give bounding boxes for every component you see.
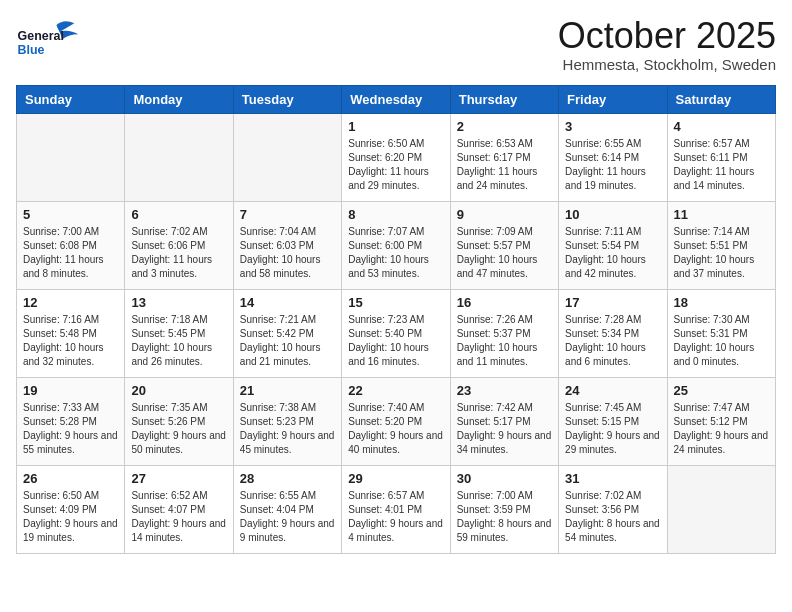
- day-cell: 3Sunrise: 6:55 AMSunset: 6:14 PMDaylight…: [559, 113, 667, 201]
- day-info: Sunrise: 7:02 AMSunset: 3:56 PMDaylight:…: [565, 489, 660, 545]
- day-cell: 4Sunrise: 6:57 AMSunset: 6:11 PMDaylight…: [667, 113, 775, 201]
- day-cell: 31Sunrise: 7:02 AMSunset: 3:56 PMDayligh…: [559, 465, 667, 553]
- logo-svg: General Blue: [16, 16, 86, 61]
- day-number: 21: [240, 383, 335, 398]
- day-cell: [233, 113, 341, 201]
- day-info: Sunrise: 7:47 AMSunset: 5:12 PMDaylight:…: [674, 401, 769, 457]
- day-cell: 5Sunrise: 7:00 AMSunset: 6:08 PMDaylight…: [17, 201, 125, 289]
- day-info: Sunrise: 7:45 AMSunset: 5:15 PMDaylight:…: [565, 401, 660, 457]
- day-number: 2: [457, 119, 552, 134]
- day-number: 9: [457, 207, 552, 222]
- day-info: Sunrise: 7:40 AMSunset: 5:20 PMDaylight:…: [348, 401, 443, 457]
- day-info: Sunrise: 7:26 AMSunset: 5:37 PMDaylight:…: [457, 313, 552, 369]
- day-cell: 18Sunrise: 7:30 AMSunset: 5:31 PMDayligh…: [667, 289, 775, 377]
- day-info: Sunrise: 6:53 AMSunset: 6:17 PMDaylight:…: [457, 137, 552, 193]
- day-number: 3: [565, 119, 660, 134]
- day-cell: 11Sunrise: 7:14 AMSunset: 5:51 PMDayligh…: [667, 201, 775, 289]
- weekday-header-friday: Friday: [559, 85, 667, 113]
- day-number: 14: [240, 295, 335, 310]
- day-number: 13: [131, 295, 226, 310]
- day-cell: 10Sunrise: 7:11 AMSunset: 5:54 PMDayligh…: [559, 201, 667, 289]
- day-info: Sunrise: 7:23 AMSunset: 5:40 PMDaylight:…: [348, 313, 443, 369]
- day-number: 10: [565, 207, 660, 222]
- day-info: Sunrise: 7:33 AMSunset: 5:28 PMDaylight:…: [23, 401, 118, 457]
- day-cell: 12Sunrise: 7:16 AMSunset: 5:48 PMDayligh…: [17, 289, 125, 377]
- day-info: Sunrise: 7:00 AMSunset: 6:08 PMDaylight:…: [23, 225, 118, 281]
- calendar-table: SundayMondayTuesdayWednesdayThursdayFrid…: [16, 85, 776, 554]
- day-cell: 8Sunrise: 7:07 AMSunset: 6:00 PMDaylight…: [342, 201, 450, 289]
- day-info: Sunrise: 7:30 AMSunset: 5:31 PMDaylight:…: [674, 313, 769, 369]
- day-info: Sunrise: 6:55 AMSunset: 6:14 PMDaylight:…: [565, 137, 660, 193]
- day-number: 7: [240, 207, 335, 222]
- week-row-1: 1Sunrise: 6:50 AMSunset: 6:20 PMDaylight…: [17, 113, 776, 201]
- day-info: Sunrise: 7:28 AMSunset: 5:34 PMDaylight:…: [565, 313, 660, 369]
- day-cell: 9Sunrise: 7:09 AMSunset: 5:57 PMDaylight…: [450, 201, 558, 289]
- day-number: 22: [348, 383, 443, 398]
- day-info: Sunrise: 7:02 AMSunset: 6:06 PMDaylight:…: [131, 225, 226, 281]
- day-number: 5: [23, 207, 118, 222]
- day-number: 18: [674, 295, 769, 310]
- day-cell: [667, 465, 775, 553]
- day-info: Sunrise: 6:57 AMSunset: 4:01 PMDaylight:…: [348, 489, 443, 545]
- day-cell: 30Sunrise: 7:00 AMSunset: 3:59 PMDayligh…: [450, 465, 558, 553]
- day-info: Sunrise: 7:14 AMSunset: 5:51 PMDaylight:…: [674, 225, 769, 281]
- week-row-4: 19Sunrise: 7:33 AMSunset: 5:28 PMDayligh…: [17, 377, 776, 465]
- day-cell: 22Sunrise: 7:40 AMSunset: 5:20 PMDayligh…: [342, 377, 450, 465]
- day-info: Sunrise: 7:35 AMSunset: 5:26 PMDaylight:…: [131, 401, 226, 457]
- weekday-header-saturday: Saturday: [667, 85, 775, 113]
- day-number: 12: [23, 295, 118, 310]
- day-info: Sunrise: 7:00 AMSunset: 3:59 PMDaylight:…: [457, 489, 552, 545]
- week-row-3: 12Sunrise: 7:16 AMSunset: 5:48 PMDayligh…: [17, 289, 776, 377]
- weekday-header-row: SundayMondayTuesdayWednesdayThursdayFrid…: [17, 85, 776, 113]
- weekday-header-wednesday: Wednesday: [342, 85, 450, 113]
- day-info: Sunrise: 7:04 AMSunset: 6:03 PMDaylight:…: [240, 225, 335, 281]
- day-cell: 15Sunrise: 7:23 AMSunset: 5:40 PMDayligh…: [342, 289, 450, 377]
- day-cell: 14Sunrise: 7:21 AMSunset: 5:42 PMDayligh…: [233, 289, 341, 377]
- day-number: 15: [348, 295, 443, 310]
- day-cell: 29Sunrise: 6:57 AMSunset: 4:01 PMDayligh…: [342, 465, 450, 553]
- week-row-5: 26Sunrise: 6:50 AMSunset: 4:09 PMDayligh…: [17, 465, 776, 553]
- day-info: Sunrise: 7:42 AMSunset: 5:17 PMDaylight:…: [457, 401, 552, 457]
- day-info: Sunrise: 7:18 AMSunset: 5:45 PMDaylight:…: [131, 313, 226, 369]
- logo: General Blue: [16, 16, 86, 61]
- day-cell: 2Sunrise: 6:53 AMSunset: 6:17 PMDaylight…: [450, 113, 558, 201]
- day-cell: 16Sunrise: 7:26 AMSunset: 5:37 PMDayligh…: [450, 289, 558, 377]
- day-info: Sunrise: 6:50 AMSunset: 4:09 PMDaylight:…: [23, 489, 118, 545]
- day-cell: 21Sunrise: 7:38 AMSunset: 5:23 PMDayligh…: [233, 377, 341, 465]
- day-cell: 20Sunrise: 7:35 AMSunset: 5:26 PMDayligh…: [125, 377, 233, 465]
- title-block: October 2025 Hemmesta, Stockholm, Sweden: [558, 16, 776, 73]
- day-info: Sunrise: 6:55 AMSunset: 4:04 PMDaylight:…: [240, 489, 335, 545]
- weekday-header-monday: Monday: [125, 85, 233, 113]
- day-cell: 25Sunrise: 7:47 AMSunset: 5:12 PMDayligh…: [667, 377, 775, 465]
- day-cell: 17Sunrise: 7:28 AMSunset: 5:34 PMDayligh…: [559, 289, 667, 377]
- day-info: Sunrise: 6:57 AMSunset: 6:11 PMDaylight:…: [674, 137, 769, 193]
- day-cell: 27Sunrise: 6:52 AMSunset: 4:07 PMDayligh…: [125, 465, 233, 553]
- day-number: 16: [457, 295, 552, 310]
- svg-text:Blue: Blue: [18, 43, 45, 57]
- day-cell: 7Sunrise: 7:04 AMSunset: 6:03 PMDaylight…: [233, 201, 341, 289]
- day-info: Sunrise: 7:09 AMSunset: 5:57 PMDaylight:…: [457, 225, 552, 281]
- day-number: 27: [131, 471, 226, 486]
- day-info: Sunrise: 6:50 AMSunset: 6:20 PMDaylight:…: [348, 137, 443, 193]
- day-number: 31: [565, 471, 660, 486]
- day-cell: 6Sunrise: 7:02 AMSunset: 6:06 PMDaylight…: [125, 201, 233, 289]
- day-number: 8: [348, 207, 443, 222]
- day-cell: [125, 113, 233, 201]
- page-header: General Blue October 2025 Hemmesta, Stoc…: [16, 16, 776, 73]
- day-info: Sunrise: 6:52 AMSunset: 4:07 PMDaylight:…: [131, 489, 226, 545]
- day-cell: 13Sunrise: 7:18 AMSunset: 5:45 PMDayligh…: [125, 289, 233, 377]
- day-cell: 1Sunrise: 6:50 AMSunset: 6:20 PMDaylight…: [342, 113, 450, 201]
- day-number: 6: [131, 207, 226, 222]
- day-number: 24: [565, 383, 660, 398]
- day-number: 30: [457, 471, 552, 486]
- week-row-2: 5Sunrise: 7:00 AMSunset: 6:08 PMDaylight…: [17, 201, 776, 289]
- day-cell: 24Sunrise: 7:45 AMSunset: 5:15 PMDayligh…: [559, 377, 667, 465]
- month-title: October 2025: [558, 16, 776, 56]
- weekday-header-thursday: Thursday: [450, 85, 558, 113]
- weekday-header-tuesday: Tuesday: [233, 85, 341, 113]
- day-number: 28: [240, 471, 335, 486]
- day-info: Sunrise: 7:16 AMSunset: 5:48 PMDaylight:…: [23, 313, 118, 369]
- day-cell: 19Sunrise: 7:33 AMSunset: 5:28 PMDayligh…: [17, 377, 125, 465]
- day-number: 29: [348, 471, 443, 486]
- day-number: 23: [457, 383, 552, 398]
